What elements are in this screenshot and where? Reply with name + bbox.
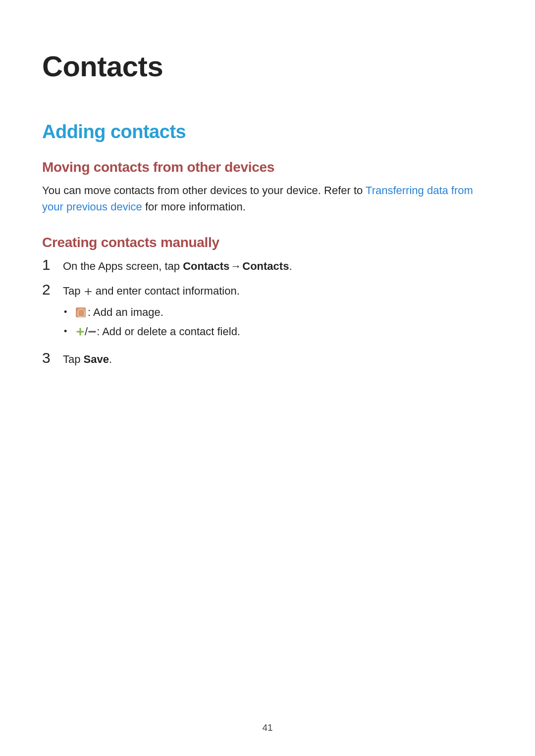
step-2: 2 Tap and enter contact information. • :… xyxy=(42,282,493,343)
step-1: 1 On the Apps screen, tap Contacts → Con… xyxy=(42,257,493,274)
bullet-icon: • xyxy=(63,305,76,319)
plus-icon xyxy=(84,287,93,296)
step3-post: . xyxy=(109,353,112,365)
page-title: Contacts xyxy=(42,50,493,83)
bullet-icon: • xyxy=(63,325,76,338)
step-number: 3 xyxy=(42,351,63,365)
step1-pre: On the Apps screen, tap xyxy=(63,260,183,272)
minus-icon xyxy=(88,327,97,336)
step-number: 1 xyxy=(42,257,63,272)
step-number: 2 xyxy=(42,282,63,297)
sublist-item-image: • : Add an image. xyxy=(63,304,493,320)
plus-icon xyxy=(76,327,85,336)
contact-image-icon xyxy=(76,307,88,317)
steps-list: 1 On the Apps screen, tap Contacts → Con… xyxy=(42,257,493,367)
sublist-item-field: • / : Add or delete a contact field. xyxy=(63,323,493,340)
sublist-item-image-text: : Add an image. xyxy=(88,304,163,320)
step2-pre: Tap xyxy=(63,285,84,297)
moving-paragraph: You can move contacts from other devices… xyxy=(42,182,493,215)
step1-bold1: Contacts xyxy=(183,260,229,272)
step3-pre: Tap xyxy=(63,353,84,365)
step-body: Tap Save. xyxy=(63,351,493,367)
section-title-adding-contacts: Adding contacts xyxy=(42,121,493,143)
step1-post: . xyxy=(289,260,292,272)
moving-text-post: for more information. xyxy=(142,201,246,213)
subsection-title-creating: Creating contacts manually xyxy=(42,235,493,251)
step-body: Tap and enter contact information. • : A… xyxy=(63,283,493,343)
step-3: 3 Tap Save. xyxy=(42,351,493,367)
subsection-title-moving: Moving contacts from other devices xyxy=(42,159,493,175)
page-number: 41 xyxy=(0,722,535,733)
step1-bold2: Contacts xyxy=(242,260,289,272)
arrow-icon: → xyxy=(229,258,242,274)
step3-bold: Save xyxy=(84,353,109,365)
sublist-item-field-text: : Add or delete a contact field. xyxy=(97,323,240,340)
step2-post: and enter contact information. xyxy=(93,285,240,297)
moving-text-pre: You can move contacts from other devices… xyxy=(42,184,366,197)
step2-sublist: • : Add an image. • / : Add or delete a … xyxy=(63,304,493,340)
step-body: On the Apps screen, tap Contacts → Conta… xyxy=(63,258,493,274)
